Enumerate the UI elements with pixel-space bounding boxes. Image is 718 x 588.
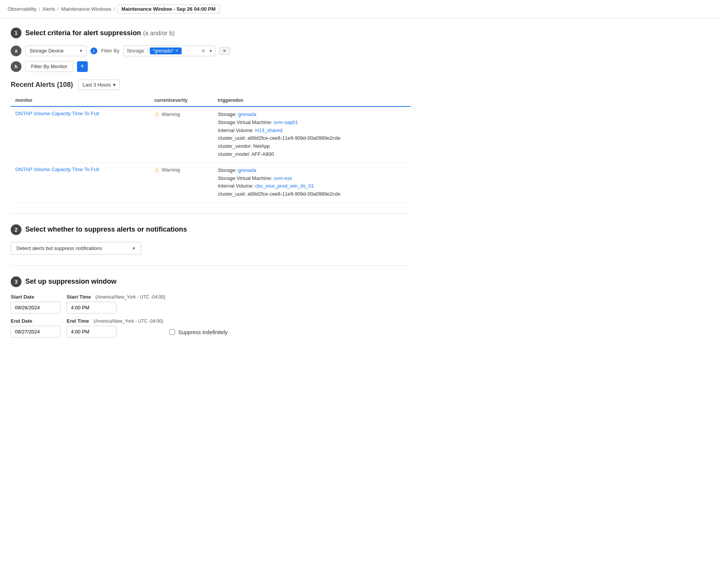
svm-label-2: Storage Virtual Machine: <box>218 175 272 181</box>
clear-tags-icon[interactable]: ✕ <box>200 48 207 54</box>
warning-icon-2: ⚠ <box>154 167 159 173</box>
section2-header: 2 Select whether to suppress alerts or n… <box>11 224 411 235</box>
warning-icon-1: ⚠ <box>154 111 159 118</box>
monitor-link-1[interactable]: ONTAP Volume Capacity Time To Full <box>15 111 99 116</box>
time-range-select[interactable]: Last 3 Hours ▾ <box>78 80 120 90</box>
breadcrumb-alerts[interactable]: Alerts <box>43 6 55 12</box>
end-date-label: End Date <box>11 318 61 324</box>
table-row: ONTAP Volume Capacity Time To Full ⚠ War… <box>11 106 411 162</box>
alerts-table: monitor currentSeverity triggeredOn ONTA… <box>11 95 411 203</box>
severity-label-2: Warning <box>162 167 180 173</box>
tag-remove-icon[interactable]: ✕ <box>175 48 179 53</box>
start-time-group: Start Time (America/New_York - UTC -04:0… <box>67 294 165 314</box>
close-filter-button[interactable]: ✕ <box>219 47 230 55</box>
section3-header: 3 Set up suppression window <box>11 276 411 287</box>
end-date-row: End Date End Time (America/New_York - UT… <box>11 318 411 338</box>
tag-input-area[interactable]: Storage *grenada* ✕ ✕ ▾ <box>123 46 215 56</box>
start-date-row: Start Date Start Time (America/New_York … <box>11 294 411 314</box>
table-row: ONTAP Volume Capacity Time To Full ⚠ War… <box>11 162 411 202</box>
col-monitor: monitor <box>11 95 150 106</box>
col-triggered: triggeredOn <box>213 95 411 106</box>
criteria-label-a: a <box>11 46 21 56</box>
severity-warning-1: ⚠ Warning <box>154 111 209 118</box>
criteria-label-b: b <box>11 61 21 72</box>
start-date-group: Start Date <box>11 294 61 314</box>
suppress-dropdown[interactable]: Detect alerts but suppress notifications… <box>11 242 141 255</box>
suppress-indefinitely-row: Suppress indefinitely <box>169 329 228 338</box>
section-divider-2 <box>11 265 411 266</box>
section1-header: 1 Select criteria for alert suppression … <box>11 28 411 38</box>
section1-title: Select criteria for alert suppression (a… <box>25 29 175 37</box>
start-date-label: Start Date <box>11 294 61 300</box>
storage-label-1: Storage: <box>218 111 237 117</box>
section2-number: 2 <box>11 224 21 235</box>
device-type-select[interactable]: Storage Device ▾ <box>25 45 87 56</box>
storage-label-2: Storage: <box>218 167 237 173</box>
end-date-group: End Date <box>11 318 61 338</box>
grenada-tag[interactable]: *grenada* ✕ <box>150 47 181 54</box>
start-date-input[interactable] <box>11 302 61 314</box>
vol-label-2: Internal Volume: <box>218 183 254 189</box>
time-range-value: Last 3 Hours <box>82 82 111 88</box>
section-divider-1 <box>11 213 411 214</box>
suppress-chevron: ▾ <box>133 245 135 251</box>
svm-link-1[interactable]: svm-sap01 <box>274 119 298 125</box>
vol-label-1: Internal Volume: <box>218 127 254 133</box>
breadcrumb-observability[interactable]: Observability <box>8 6 36 12</box>
breadcrumb-current: Maintenance Window - Sep 26 04:00 PM <box>117 5 220 13</box>
cluster-uuid-2: cluster_uuid: a68d2fce-cee8-11e9-909d-00… <box>218 191 341 197</box>
severity-warning-2: ⚠ Warning <box>154 167 209 173</box>
monitor-link-2[interactable]: ONTAP Volume Capacity Time To Full <box>15 167 99 172</box>
end-time-group: End Time (America/New_York - UTC -04:00) <box>67 318 163 338</box>
time-range-chevron: ▾ <box>113 82 116 88</box>
suppress-indefinitely-label: Suppress indefinitely <box>178 329 228 335</box>
suppress-value: Detect alerts but suppress notifications <box>16 245 102 251</box>
device-type-chevron: ▾ <box>80 48 82 54</box>
storage-link-1[interactable]: grenada <box>238 111 256 117</box>
device-type-value: Storage Device <box>30 48 64 54</box>
cluster-uuid-1: cluster_uuid: a68d2fce-cee8-11e9-909d-00… <box>218 135 341 141</box>
recent-alerts-title: Recent Alerts (108) <box>11 81 73 89</box>
svm-label-1: Storage Virtual Machine: <box>218 119 272 125</box>
vol-link-1[interactable]: H13_shared <box>255 127 282 133</box>
end-time-input[interactable] <box>67 326 116 338</box>
storage-category-label: Storage <box>127 48 148 54</box>
start-time-input[interactable] <box>67 302 116 314</box>
suppress-indefinitely-checkbox[interactable] <box>169 329 175 335</box>
cluster-model-1: cluster_model: AFF-A800 <box>218 151 274 157</box>
storage-link-2[interactable]: grenada <box>238 167 256 173</box>
severity-label-1: Warning <box>162 111 180 117</box>
triggered-on-2: Storage: grenada Storage Virtual Machine… <box>218 167 407 198</box>
svm-link-2[interactable]: svm-esx <box>274 175 292 181</box>
section3-title: Set up suppression window <box>25 278 116 286</box>
add-filter-button[interactable]: + <box>77 61 88 72</box>
filter-by-label: Filter By <box>101 46 120 55</box>
filter-by-monitor-button[interactable]: Filter By Monitor <box>25 61 73 72</box>
section2-title: Select whether to suppress alerts or not… <box>25 225 187 234</box>
col-severity: currentSeverity <box>150 95 213 106</box>
section3-number: 3 <box>11 276 21 287</box>
tag-value: *grenada* <box>153 48 173 54</box>
cluster-vendor-1: cluster_vendor: NetApp <box>218 143 270 149</box>
vol-link-2[interactable]: cbc_esxi_prod_win_ds_01 <box>255 183 314 189</box>
breadcrumb: Observability / Alerts / Maintenance Win… <box>0 0 718 18</box>
start-time-label: Start Time (America/New_York - UTC -04:0… <box>67 294 165 300</box>
end-date-input[interactable] <box>11 326 61 338</box>
tag-dropdown-icon[interactable]: ▾ <box>210 48 212 54</box>
breadcrumb-maintenance-windows[interactable]: Maintenance Windows <box>61 6 111 12</box>
recent-alerts-header: Recent Alerts (108) Last 3 Hours ▾ <box>11 80 411 90</box>
criteria-row-a: a Storage Device ▾ i Filter By Storage *… <box>11 45 411 56</box>
info-icon[interactable]: i <box>90 47 97 54</box>
end-time-label: End Time (America/New_York - UTC -04:00) <box>67 318 163 324</box>
criteria-row-b: b Filter By Monitor + <box>11 61 411 72</box>
triggered-on-1: Storage: grenada Storage Virtual Machine… <box>218 111 407 158</box>
section1-number: 1 <box>11 28 21 38</box>
